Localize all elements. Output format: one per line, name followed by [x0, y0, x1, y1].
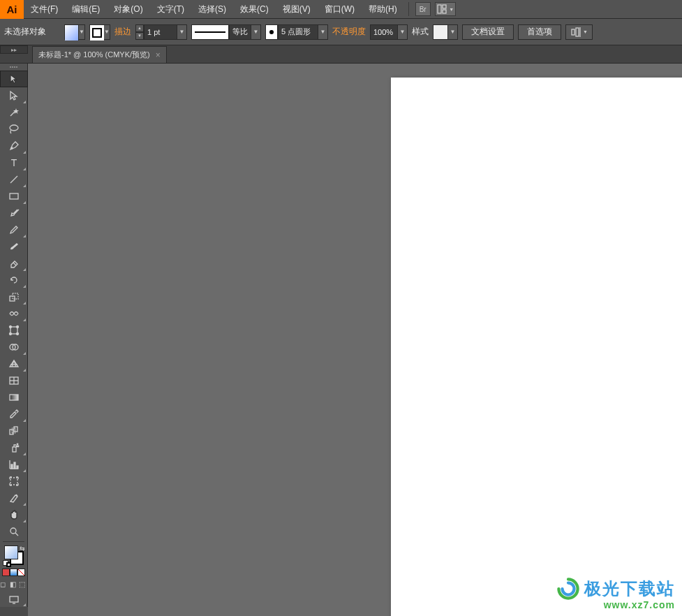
canvas-area[interactable]: [28, 64, 682, 616]
blob-brush-tool[interactable]: [0, 238, 28, 255]
paintbrush-tool[interactable]: [0, 205, 28, 221]
color-mode-gradient[interactable]: [10, 569, 17, 576]
zoom-tool[interactable]: [0, 523, 28, 540]
stepper-down-icon[interactable]: ▼: [135, 32, 144, 40]
menu-help[interactable]: 帮助(H): [362, 0, 404, 19]
grid-icon: [436, 3, 447, 15]
color-mode-solid[interactable]: [2, 569, 10, 576]
svg-rect-11: [10, 193, 18, 199]
document-setup-button[interactable]: 文档设置: [462, 24, 514, 40]
draw-inside-icon[interactable]: ⬚: [19, 580, 27, 589]
type-tool[interactable]: T: [0, 154, 28, 171]
scale-tool[interactable]: [0, 288, 28, 305]
direct-selection-tool[interactable]: [0, 87, 28, 104]
menu-object[interactable]: 对象(O): [107, 0, 149, 19]
brush-definition-dropdown[interactable]: 5 点圆形 ▼: [265, 24, 328, 40]
rotate-icon: [8, 274, 20, 286]
menu-view[interactable]: 视图(V): [276, 0, 318, 19]
pen-tool[interactable]: [0, 138, 28, 154]
blend-tool[interactable]: [0, 423, 28, 439]
menu-type[interactable]: 文字(T): [150, 0, 191, 19]
pencil-tool[interactable]: [0, 221, 28, 238]
eyedropper-tool[interactable]: [0, 406, 28, 423]
preferences-button[interactable]: 首选项: [518, 24, 561, 40]
svg-rect-0: [438, 5, 441, 13]
hand-tool[interactable]: [0, 506, 28, 523]
screen-mode-button[interactable]: [0, 593, 28, 607]
tab-close-button[interactable]: ×: [156, 50, 161, 60]
svg-rect-1: [443, 5, 446, 8]
artboard-tool[interactable]: [0, 473, 28, 490]
draw-behind-icon[interactable]: ◧: [10, 580, 18, 589]
chevron-down-icon[interactable]: ▼: [251, 24, 261, 40]
slice-tool[interactable]: [0, 490, 28, 506]
stepper-up-icon[interactable]: ▲: [135, 24, 144, 32]
document-tab-bar: 未标题-1* @ 100% (CMYK/预览) ×: [0, 45, 682, 64]
bridge-button[interactable]: Br: [415, 2, 431, 16]
draw-normal-icon[interactable]: ◻: [0, 580, 8, 589]
align-to-button[interactable]: ▼: [565, 24, 593, 40]
chevron-down-icon[interactable]: ▼: [177, 24, 187, 40]
align-icon: [570, 27, 581, 38]
stroke-weight-field[interactable]: ▲ ▼ 1 pt ▼: [135, 24, 187, 40]
free-transform-tool[interactable]: [0, 322, 28, 339]
stroke-profile-preview: [191, 24, 229, 40]
eraser-icon: [8, 258, 20, 269]
arrange-documents-button[interactable]: ▼: [435, 2, 456, 16]
svg-rect-41: [10, 478, 17, 485]
screen-icon: [8, 594, 20, 606]
svg-point-7: [10, 125, 18, 131]
menu-effect[interactable]: 效果(C): [233, 0, 276, 19]
opacity-label[interactable]: 不透明度: [332, 26, 366, 38]
opacity-field[interactable]: 100% ▼: [370, 24, 408, 40]
shape-builder-tool[interactable]: [0, 339, 28, 355]
width-tool[interactable]: [0, 305, 28, 322]
gradient-tool[interactable]: [0, 389, 28, 406]
symbol-sprayer-tool[interactable]: [0, 439, 28, 456]
graphic-style-dropdown[interactable]: ▼: [433, 24, 458, 40]
stroke-label[interactable]: 描边: [114, 26, 131, 38]
brush-preview-icon: [265, 24, 278, 40]
svg-rect-39: [14, 462, 15, 469]
svg-text:T: T: [11, 157, 17, 168]
fill-stroke-proxy[interactable]: ⇆: [0, 543, 28, 569]
lasso-tool[interactable]: [0, 121, 28, 138]
stroke-swatch[interactable]: ▼: [89, 24, 110, 40]
menu-window[interactable]: 窗口(W): [318, 0, 362, 19]
perspective-icon: [8, 358, 20, 369]
zoom-icon: [8, 526, 20, 537]
mesh-tool[interactable]: [0, 372, 28, 389]
selection-status-label: 未选择对象: [4, 26, 46, 38]
perspective-grid-tool[interactable]: [0, 355, 28, 372]
eraser-tool[interactable]: [0, 255, 28, 272]
panel-grip[interactable]: [0, 64, 27, 71]
eyedropper-icon: [8, 409, 20, 420]
chevron-down-icon[interactable]: ▼: [398, 24, 408, 40]
line-segment-tool[interactable]: [0, 171, 28, 188]
rotate-tool[interactable]: [0, 272, 28, 288]
stroke-profile-dropdown[interactable]: 等比 ▼: [191, 24, 261, 40]
chevron-down-icon[interactable]: ▼: [318, 24, 328, 40]
expand-panels-button[interactable]: ▸▸: [0, 45, 28, 54]
cursor-icon: [8, 73, 20, 85]
menu-select[interactable]: 选择(S): [191, 0, 233, 19]
menu-edit[interactable]: 编辑(E): [65, 0, 107, 19]
color-mode-none[interactable]: [17, 569, 25, 576]
fill-color-icon[interactable]: [4, 545, 18, 559]
fill-swatch[interactable]: ▼: [64, 24, 85, 40]
chevron-down-icon[interactable]: ▼: [448, 24, 458, 40]
document-tab[interactable]: 未标题-1* @ 100% (CMYK/预览) ×: [32, 46, 167, 63]
selection-tool[interactable]: [0, 71, 28, 87]
chevron-down-icon: ▼: [79, 25, 84, 39]
artboard[interactable]: [391, 78, 682, 616]
default-colors-icon[interactable]: [3, 560, 11, 567]
swap-colors-icon[interactable]: ⇆: [20, 545, 25, 552]
opacity-value[interactable]: 100%: [370, 24, 398, 40]
magic-wand-tool[interactable]: [0, 104, 28, 121]
stroke-weight-value[interactable]: 1 pt: [144, 24, 177, 40]
rectangle-tool[interactable]: [0, 188, 28, 205]
lasso-icon: [8, 124, 20, 135]
menu-file[interactable]: 文件(F): [24, 0, 65, 19]
svg-rect-45: [10, 596, 18, 602]
column-graph-tool[interactable]: [0, 456, 28, 473]
